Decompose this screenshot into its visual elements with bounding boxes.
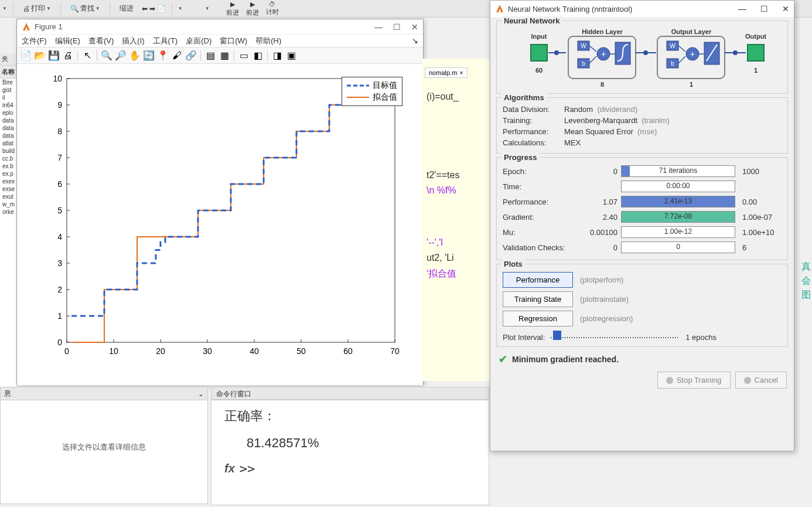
name-column-header: 名称: [0, 66, 17, 79]
zoom-out-icon[interactable]: 🔎: [114, 49, 127, 62]
maximize-button[interactable]: ☐: [393, 22, 401, 32]
pan-icon[interactable]: ✋: [128, 49, 141, 62]
list-item[interactable]: eplo: [0, 109, 17, 117]
print-button[interactable]: 🖨打印▼: [19, 2, 54, 15]
list-item[interactable]: exut: [0, 193, 17, 200]
svg-text:30: 30: [203, 346, 212, 356]
performance-button[interactable]: Performance: [503, 272, 573, 288]
hidden-label: Hidden Layer: [582, 28, 623, 35]
matlab-icon: [495, 4, 504, 13]
layout4-icon[interactable]: ▣: [285, 49, 298, 62]
datacursor-icon[interactable]: 📍: [156, 49, 169, 62]
plot-interval-slider[interactable]: [551, 335, 680, 340]
zoom-in-icon[interactable]: 🔍: [100, 49, 113, 62]
brush-icon[interactable]: 🖌: [170, 49, 183, 62]
indent-button[interactable]: 缩进: [116, 2, 137, 15]
list-item[interactable]: data: [0, 117, 17, 124]
pointer-icon[interactable]: ↖: [81, 49, 94, 62]
input-label: Input: [531, 33, 547, 40]
layout2-icon[interactable]: ◧: [251, 49, 264, 62]
list-item[interactable]: build: [0, 147, 17, 155]
details-body: 选择文件以查看详细信息: [1, 400, 207, 494]
file-browser-header: 夹: [0, 53, 17, 66]
save-icon[interactable]: 💾: [47, 49, 60, 62]
layout3-icon[interactable]: ◨: [271, 49, 284, 62]
code-line: '--','l: [427, 237, 487, 248]
indent-left-icon[interactable]: ⬅: [142, 5, 148, 13]
hidden-n: 8: [601, 81, 604, 88]
dropdown-icon[interactable]: ▼: [205, 6, 210, 11]
menu-view[interactable]: 查看(V): [88, 36, 114, 46]
timer-button[interactable]: ⏱计时: [266, 1, 279, 17]
list-item[interactable]: ex.p: [0, 170, 17, 178]
command-window[interactable]: 正确率： 81.428571% fx >>: [211, 400, 489, 505]
nn-titlebar[interactable]: Neural Network Training (nntraintool) — …: [490, 1, 794, 17]
menu-help[interactable]: 帮助(H): [255, 36, 281, 46]
close-button[interactable]: ✕: [411, 22, 418, 32]
svg-point-43: [554, 50, 559, 55]
layout1-icon[interactable]: ▭: [237, 49, 250, 62]
indent-icon[interactable]: 📄: [157, 5, 166, 13]
svg-line-67: [678, 56, 685, 63]
minimize-button[interactable]: —: [374, 22, 383, 32]
link-icon[interactable]: 🔗: [185, 49, 197, 62]
figure-titlebar[interactable]: Figure 1 — ☐ ✕: [17, 19, 423, 35]
list-item[interactable]: orke: [0, 208, 17, 216]
minimize-button[interactable]: —: [738, 4, 746, 13]
training-state-button[interactable]: Training State: [503, 291, 573, 307]
stop-training-button[interactable]: Stop Training: [657, 372, 731, 389]
dropdown-icon[interactable]: ⌄: [198, 390, 204, 398]
regression-button[interactable]: Regression: [503, 311, 573, 326]
menu-insert[interactable]: 插入(I): [122, 36, 144, 46]
list-item[interactable]: data: [0, 132, 17, 139]
cancel-button[interactable]: Cancel: [735, 372, 787, 389]
right-edge-text: 真 会 图: [801, 260, 811, 302]
menu-edit[interactable]: 编辑(E): [55, 36, 80, 46]
code-line: '拟合值: [427, 268, 487, 280]
legend-icon[interactable]: ▦: [218, 49, 231, 62]
list-item[interactable]: gist: [0, 86, 17, 94]
forward-button[interactable]: ▶前进: [226, 1, 239, 17]
list-item[interactable]: exse: [0, 185, 17, 193]
print-icon[interactable]: 🖨: [62, 49, 74, 62]
dropdown-icon[interactable]: ▼: [2, 6, 7, 11]
maximize-button[interactable]: ☐: [760, 4, 768, 13]
find-button[interactable]: 🔍查找▼: [67, 2, 104, 15]
menu-file[interactable]: 文件(F): [22, 36, 47, 46]
svg-text:7: 7: [57, 153, 62, 162]
list-item[interactable]: in64: [0, 101, 17, 109]
list-item[interactable]: Bire: [0, 79, 17, 86]
indent-right-icon[interactable]: ➡: [149, 5, 155, 13]
back-button[interactable]: ▶前进: [246, 1, 259, 17]
list-item[interactable]: atlat: [0, 139, 17, 147]
svg-text:2: 2: [57, 285, 62, 294]
figure-title: Figure 1: [35, 22, 374, 31]
legend[interactable]: 目标值 拟合值: [342, 77, 402, 106]
list-item[interactable]: data: [0, 124, 17, 132]
list-item[interactable]: cc.b: [0, 155, 17, 162]
dropdown-icon[interactable]: ▼: [178, 6, 183, 11]
close-button[interactable]: ✕: [782, 4, 789, 13]
matlab-icon: [22, 22, 31, 32]
list-item[interactable]: w_m: [0, 200, 17, 208]
menu-arrow-icon[interactable]: ↘: [412, 36, 418, 45]
open-icon[interactable]: 📂: [33, 49, 46, 62]
progress-performance: Performance:1.07 2.41e-13 0.00: [503, 194, 782, 209]
colorbar-icon[interactable]: ▤: [204, 49, 217, 62]
editor-tab[interactable]: nomalp.m×: [425, 67, 468, 78]
list-item[interactable]: ex.b: [0, 162, 17, 170]
menu-desktop[interactable]: 桌面(D): [186, 36, 211, 46]
svg-line-53: [589, 56, 596, 63]
menu-window[interactable]: 窗口(W): [220, 36, 247, 46]
list-item[interactable]: il: [0, 94, 17, 101]
svg-text:1: 1: [57, 311, 62, 321]
svg-text:b: b: [582, 60, 585, 67]
list-item[interactable]: exex: [0, 178, 17, 185]
rotate-icon[interactable]: 🔄: [142, 49, 155, 62]
progress-mu: Mu:0.00100 1.00e-12 1.00e+10: [503, 224, 782, 240]
figure-menubar: 文件(F) 编辑(E) 查看(V) 插入(I) 工具(T) 桌面(D) 窗口(W…: [17, 35, 423, 47]
fx-icon[interactable]: fx: [224, 462, 235, 475]
menu-tools[interactable]: 工具(T): [153, 36, 178, 46]
new-icon[interactable]: 📄: [19, 49, 32, 62]
nntraintool-window: Neural Network Training (nntraintool) — …: [490, 0, 794, 451]
